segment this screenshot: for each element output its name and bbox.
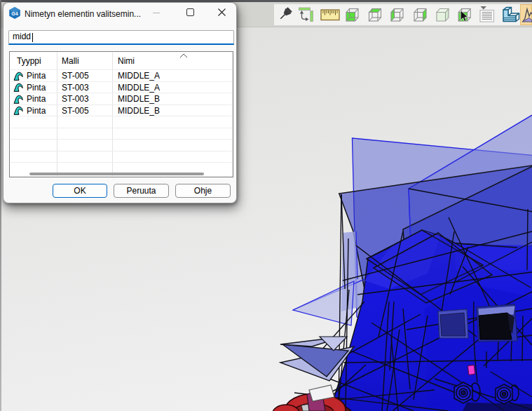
svg-text:G4: G4 — [11, 11, 18, 16]
